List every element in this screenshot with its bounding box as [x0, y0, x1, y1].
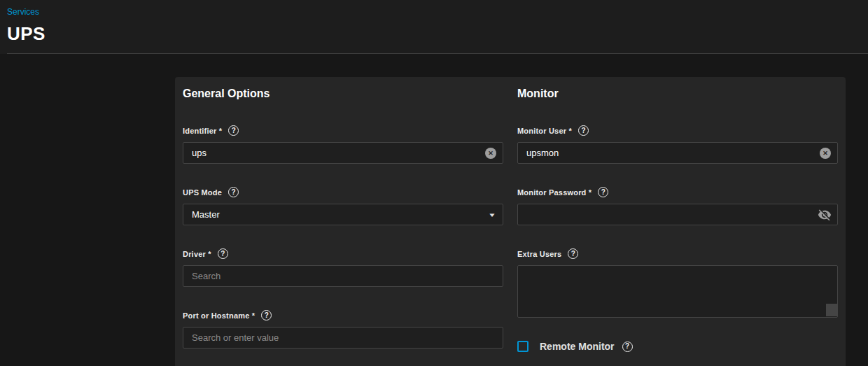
remote-monitor-checkbox[interactable] [517, 341, 528, 352]
ups-config-card: General Options Identifier * ? ✕ UPS Mod… [175, 77, 846, 366]
ups-mode-select[interactable]: Master [183, 204, 503, 225]
port-hostname-field: Port or Hostname * ? [183, 310, 503, 349]
identifier-input[interactable] [183, 142, 503, 164]
driver-label: Driver * [183, 250, 211, 258]
breadcrumb-services[interactable]: Services [7, 7, 39, 17]
help-icon[interactable]: ? [228, 125, 239, 136]
driver-field: Driver * ? [183, 248, 503, 287]
monitor-password-field: Monitor Password * ? [517, 187, 838, 225]
section-title-monitor: Monitor [517, 87, 838, 100]
driver-input[interactable] [183, 265, 503, 287]
port-hostname-input[interactable] [183, 327, 503, 349]
remote-monitor-field: Remote Monitor ? [517, 341, 838, 352]
help-icon[interactable]: ? [261, 310, 272, 321]
monitor-section: Monitor Monitor User * ? ✕ Monitor Passw… [517, 87, 838, 366]
general-options-section: General Options Identifier * ? ✕ UPS Mod… [183, 87, 503, 366]
monitor-user-label: Monitor User * [517, 127, 572, 135]
visibility-off-icon[interactable] [818, 208, 832, 222]
resize-handle[interactable] [826, 304, 837, 316]
extra-users-textarea[interactable] [517, 265, 838, 318]
monitor-user-input[interactable] [517, 142, 838, 164]
extra-users-label: Extra Users [517, 250, 561, 258]
monitor-password-input[interactable] [517, 204, 838, 225]
identifier-field: Identifier * ? ✕ [183, 125, 503, 164]
help-icon[interactable]: ? [218, 248, 228, 259]
identifier-label: Identifier * [183, 127, 222, 135]
clear-icon[interactable]: ✕ [820, 148, 831, 159]
clear-icon[interactable]: ✕ [485, 148, 496, 159]
help-icon[interactable]: ? [598, 187, 608, 197]
port-hostname-label: Port or Hostname * [183, 311, 255, 320]
help-icon[interactable]: ? [622, 342, 633, 352]
remote-monitor-label: Remote Monitor [540, 341, 615, 352]
monitor-user-field: Monitor User * ? ✕ [517, 125, 838, 164]
ups-mode-selected-value: Master [192, 209, 220, 220]
top-header: Services UPS [0, 0, 868, 54]
ups-mode-field: UPS Mode ? Master ▼ [183, 187, 503, 225]
monitor-password-label: Monitor Password * [517, 188, 592, 197]
help-icon[interactable]: ? [228, 187, 239, 197]
ups-mode-label: UPS Mode [183, 188, 222, 197]
extra-users-field: Extra Users ? [517, 248, 838, 318]
help-icon[interactable]: ? [568, 248, 578, 259]
section-title-general: General Options [183, 87, 503, 100]
page-title: UPS [7, 23, 868, 45]
help-icon[interactable]: ? [578, 125, 589, 136]
